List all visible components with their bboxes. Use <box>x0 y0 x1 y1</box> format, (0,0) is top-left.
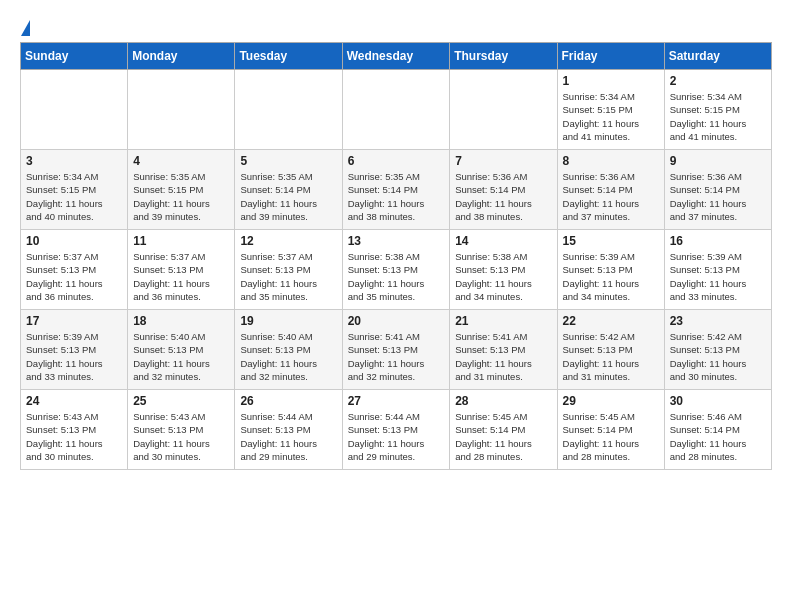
day-number: 21 <box>455 314 551 328</box>
calendar-cell: 20Sunrise: 5:41 AM Sunset: 5:13 PM Dayli… <box>342 310 450 390</box>
calendar-cell: 30Sunrise: 5:46 AM Sunset: 5:14 PM Dayli… <box>664 390 771 470</box>
day-info: Sunrise: 5:35 AM Sunset: 5:14 PM Dayligh… <box>348 170 445 223</box>
day-number: 17 <box>26 314 122 328</box>
day-info: Sunrise: 5:34 AM Sunset: 5:15 PM Dayligh… <box>563 90 659 143</box>
day-number: 23 <box>670 314 766 328</box>
weekday-header-friday: Friday <box>557 43 664 70</box>
calendar-cell: 4Sunrise: 5:35 AM Sunset: 5:15 PM Daylig… <box>128 150 235 230</box>
weekday-header-tuesday: Tuesday <box>235 43 342 70</box>
calendar-week-3: 17Sunrise: 5:39 AM Sunset: 5:13 PM Dayli… <box>21 310 772 390</box>
day-number: 5 <box>240 154 336 168</box>
day-number: 13 <box>348 234 445 248</box>
calendar-cell <box>128 70 235 150</box>
calendar-cell: 29Sunrise: 5:45 AM Sunset: 5:14 PM Dayli… <box>557 390 664 470</box>
calendar-cell: 3Sunrise: 5:34 AM Sunset: 5:15 PM Daylig… <box>21 150 128 230</box>
calendar-cell: 28Sunrise: 5:45 AM Sunset: 5:14 PM Dayli… <box>450 390 557 470</box>
weekday-header-thursday: Thursday <box>450 43 557 70</box>
calendar-cell: 2Sunrise: 5:34 AM Sunset: 5:15 PM Daylig… <box>664 70 771 150</box>
calendar-cell: 5Sunrise: 5:35 AM Sunset: 5:14 PM Daylig… <box>235 150 342 230</box>
calendar-cell: 25Sunrise: 5:43 AM Sunset: 5:13 PM Dayli… <box>128 390 235 470</box>
day-number: 11 <box>133 234 229 248</box>
day-number: 6 <box>348 154 445 168</box>
day-number: 12 <box>240 234 336 248</box>
day-number: 16 <box>670 234 766 248</box>
day-info: Sunrise: 5:43 AM Sunset: 5:13 PM Dayligh… <box>26 410 122 463</box>
day-info: Sunrise: 5:36 AM Sunset: 5:14 PM Dayligh… <box>563 170 659 223</box>
day-number: 9 <box>670 154 766 168</box>
calendar-cell: 11Sunrise: 5:37 AM Sunset: 5:13 PM Dayli… <box>128 230 235 310</box>
day-info: Sunrise: 5:39 AM Sunset: 5:13 PM Dayligh… <box>670 250 766 303</box>
day-info: Sunrise: 5:46 AM Sunset: 5:14 PM Dayligh… <box>670 410 766 463</box>
day-number: 7 <box>455 154 551 168</box>
calendar-cell <box>450 70 557 150</box>
day-info: Sunrise: 5:36 AM Sunset: 5:14 PM Dayligh… <box>455 170 551 223</box>
day-info: Sunrise: 5:40 AM Sunset: 5:13 PM Dayligh… <box>240 330 336 383</box>
calendar-cell: 13Sunrise: 5:38 AM Sunset: 5:13 PM Dayli… <box>342 230 450 310</box>
calendar-cell: 9Sunrise: 5:36 AM Sunset: 5:14 PM Daylig… <box>664 150 771 230</box>
day-info: Sunrise: 5:41 AM Sunset: 5:13 PM Dayligh… <box>455 330 551 383</box>
calendar-week-0: 1Sunrise: 5:34 AM Sunset: 5:15 PM Daylig… <box>21 70 772 150</box>
calendar-body: 1Sunrise: 5:34 AM Sunset: 5:15 PM Daylig… <box>21 70 772 470</box>
calendar-week-1: 3Sunrise: 5:34 AM Sunset: 5:15 PM Daylig… <box>21 150 772 230</box>
calendar-cell: 22Sunrise: 5:42 AM Sunset: 5:13 PM Dayli… <box>557 310 664 390</box>
day-info: Sunrise: 5:38 AM Sunset: 5:13 PM Dayligh… <box>348 250 445 303</box>
logo-triangle <box>21 20 30 36</box>
day-number: 14 <box>455 234 551 248</box>
calendar-cell: 12Sunrise: 5:37 AM Sunset: 5:13 PM Dayli… <box>235 230 342 310</box>
day-info: Sunrise: 5:37 AM Sunset: 5:13 PM Dayligh… <box>240 250 336 303</box>
calendar-cell <box>342 70 450 150</box>
calendar-week-2: 10Sunrise: 5:37 AM Sunset: 5:13 PM Dayli… <box>21 230 772 310</box>
calendar-cell <box>21 70 128 150</box>
day-info: Sunrise: 5:45 AM Sunset: 5:14 PM Dayligh… <box>563 410 659 463</box>
calendar-cell: 18Sunrise: 5:40 AM Sunset: 5:13 PM Dayli… <box>128 310 235 390</box>
page-header <box>20 16 772 34</box>
day-number: 4 <box>133 154 229 168</box>
calendar-cell: 21Sunrise: 5:41 AM Sunset: 5:13 PM Dayli… <box>450 310 557 390</box>
calendar-cell: 27Sunrise: 5:44 AM Sunset: 5:13 PM Dayli… <box>342 390 450 470</box>
day-number: 28 <box>455 394 551 408</box>
day-number: 20 <box>348 314 445 328</box>
day-info: Sunrise: 5:35 AM Sunset: 5:14 PM Dayligh… <box>240 170 336 223</box>
calendar-cell: 24Sunrise: 5:43 AM Sunset: 5:13 PM Dayli… <box>21 390 128 470</box>
day-number: 27 <box>348 394 445 408</box>
calendar-table: SundayMondayTuesdayWednesdayThursdayFrid… <box>20 42 772 470</box>
day-info: Sunrise: 5:42 AM Sunset: 5:13 PM Dayligh… <box>670 330 766 383</box>
calendar-cell: 8Sunrise: 5:36 AM Sunset: 5:14 PM Daylig… <box>557 150 664 230</box>
day-info: Sunrise: 5:39 AM Sunset: 5:13 PM Dayligh… <box>563 250 659 303</box>
day-info: Sunrise: 5:37 AM Sunset: 5:13 PM Dayligh… <box>26 250 122 303</box>
calendar-header: SundayMondayTuesdayWednesdayThursdayFrid… <box>21 43 772 70</box>
day-info: Sunrise: 5:42 AM Sunset: 5:13 PM Dayligh… <box>563 330 659 383</box>
calendar-cell: 23Sunrise: 5:42 AM Sunset: 5:13 PM Dayli… <box>664 310 771 390</box>
day-info: Sunrise: 5:45 AM Sunset: 5:14 PM Dayligh… <box>455 410 551 463</box>
calendar-cell: 26Sunrise: 5:44 AM Sunset: 5:13 PM Dayli… <box>235 390 342 470</box>
day-number: 30 <box>670 394 766 408</box>
weekday-header-wednesday: Wednesday <box>342 43 450 70</box>
day-number: 1 <box>563 74 659 88</box>
day-number: 24 <box>26 394 122 408</box>
day-info: Sunrise: 5:40 AM Sunset: 5:13 PM Dayligh… <box>133 330 229 383</box>
day-number: 3 <box>26 154 122 168</box>
day-info: Sunrise: 5:41 AM Sunset: 5:13 PM Dayligh… <box>348 330 445 383</box>
day-info: Sunrise: 5:44 AM Sunset: 5:13 PM Dayligh… <box>348 410 445 463</box>
weekday-header-saturday: Saturday <box>664 43 771 70</box>
day-info: Sunrise: 5:37 AM Sunset: 5:13 PM Dayligh… <box>133 250 229 303</box>
day-number: 25 <box>133 394 229 408</box>
day-info: Sunrise: 5:38 AM Sunset: 5:13 PM Dayligh… <box>455 250 551 303</box>
calendar-cell: 6Sunrise: 5:35 AM Sunset: 5:14 PM Daylig… <box>342 150 450 230</box>
calendar-week-4: 24Sunrise: 5:43 AM Sunset: 5:13 PM Dayli… <box>21 390 772 470</box>
calendar-cell: 10Sunrise: 5:37 AM Sunset: 5:13 PM Dayli… <box>21 230 128 310</box>
calendar-cell: 14Sunrise: 5:38 AM Sunset: 5:13 PM Dayli… <box>450 230 557 310</box>
day-number: 2 <box>670 74 766 88</box>
logo <box>20 20 30 34</box>
day-number: 19 <box>240 314 336 328</box>
weekday-header-monday: Monday <box>128 43 235 70</box>
calendar-cell: 19Sunrise: 5:40 AM Sunset: 5:13 PM Dayli… <box>235 310 342 390</box>
day-number: 8 <box>563 154 659 168</box>
calendar-cell: 16Sunrise: 5:39 AM Sunset: 5:13 PM Dayli… <box>664 230 771 310</box>
calendar-cell: 1Sunrise: 5:34 AM Sunset: 5:15 PM Daylig… <box>557 70 664 150</box>
calendar-cell: 17Sunrise: 5:39 AM Sunset: 5:13 PM Dayli… <box>21 310 128 390</box>
day-number: 22 <box>563 314 659 328</box>
day-number: 26 <box>240 394 336 408</box>
day-number: 29 <box>563 394 659 408</box>
day-number: 15 <box>563 234 659 248</box>
